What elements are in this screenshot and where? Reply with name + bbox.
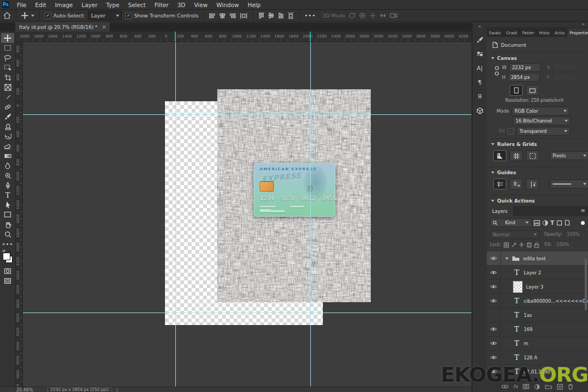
panel-tab-swatc[interactable]: Swatc xyxy=(487,28,504,37)
chevron-down-icon[interactable] xyxy=(491,57,494,59)
canvas-area[interactable]: AMERICAN EXPRESS EXPRESS 1234 5678 9012 … xyxy=(15,41,471,387)
horizontal-ruler[interactable]: 2000180016001400120010008006004002000200… xyxy=(15,32,471,42)
filter-kind-select[interactable]: Kind xyxy=(490,218,531,227)
layer-name[interactable]: edita text xyxy=(523,256,546,261)
foreground-color-swatch[interactable] xyxy=(3,253,10,260)
quick-mask-icon[interactable] xyxy=(1,266,14,276)
color-mode-select[interactable]: RGB Color xyxy=(512,107,569,115)
menu-file[interactable]: File xyxy=(13,1,31,9)
menu-image[interactable]: Image xyxy=(51,1,77,9)
vertical-ruler[interactable]: 1000800600400200020040060080010001200140… xyxy=(15,41,23,387)
layer-visibility-toggle[interactable] xyxy=(487,336,501,351)
align-bottom-icon[interactable] xyxy=(278,12,284,19)
filter-toggle-icon[interactable] xyxy=(581,221,585,225)
lock-image-icon[interactable] xyxy=(511,242,517,248)
document-info[interactable]: 2232 px x 2854 px (250 ppi) xyxy=(47,387,112,392)
type-layer-thumbnail[interactable]: T xyxy=(513,311,520,319)
layers-menu-icon[interactable]: ≡ xyxy=(581,207,585,213)
toggle-rulers-button[interactable] xyxy=(493,150,506,161)
crop-tool[interactable] xyxy=(1,72,14,82)
status-arrow-icon[interactable]: ⟩ xyxy=(117,388,118,392)
layer-name[interactable]: m xyxy=(524,341,528,346)
ruler-units-select[interactable]: Pixels xyxy=(550,151,588,160)
path-selection-tool[interactable] xyxy=(1,200,14,210)
filter-adjustment-layers-icon[interactable] xyxy=(542,220,548,226)
align-middle-icon[interactable] xyxy=(268,12,274,19)
pixel-layer-thumbnail[interactable] xyxy=(513,281,523,293)
collapse-dock-icon[interactable]: « xyxy=(487,22,588,27)
lasso-tool[interactable] xyxy=(1,53,14,63)
opacity-field[interactable]: 100% xyxy=(564,230,585,238)
layer-row[interactable]: T1as xyxy=(487,308,588,322)
align-center-horizontal-icon[interactable] xyxy=(219,13,226,19)
toggle-guides-button[interactable] xyxy=(493,179,506,189)
add-guides-button[interactable] xyxy=(510,179,523,189)
clone-stamp-tool[interactable] xyxy=(1,121,14,131)
guide-horizontal[interactable] xyxy=(22,313,471,313)
chevron-down-icon[interactable] xyxy=(491,171,494,174)
chevron-down-icon[interactable] xyxy=(491,143,494,145)
lock-position-icon[interactable] xyxy=(519,242,524,248)
zoom-level[interactable]: 20.46% xyxy=(16,388,33,392)
bit-depth-select[interactable]: 16 Bits/Channel xyxy=(513,117,571,125)
menu-type[interactable]: Type xyxy=(102,1,124,9)
distribute-vertical-icon[interactable] xyxy=(287,12,294,20)
layers-scrollbar[interactable] xyxy=(585,258,587,310)
width-field[interactable]: 2232 px xyxy=(509,63,541,72)
menu-view[interactable]: View xyxy=(189,1,212,9)
type-layer-thumbnail[interactable]: T xyxy=(513,268,520,277)
align-left-icon[interactable] xyxy=(209,13,216,19)
pen-tool[interactable] xyxy=(1,180,14,190)
history-brush-tool[interactable] xyxy=(1,131,14,141)
layer-name[interactable]: Layer 2 xyxy=(524,270,541,275)
libraries-panel-icon[interactable] xyxy=(473,104,487,117)
menu-filter[interactable]: Filter xyxy=(150,1,173,9)
dodge-tool[interactable] xyxy=(1,170,14,180)
paragraph-panel-icon[interactable]: ¶ xyxy=(473,76,487,89)
move-tool[interactable] xyxy=(1,33,14,43)
lock-artboard-icon[interactable] xyxy=(526,242,532,248)
document-tab[interactable]: Italy id.psd @ 20.7% (RGB/16) * × xyxy=(15,22,111,32)
eyedropper-tool[interactable] xyxy=(1,92,14,102)
layer-row[interactable]: Tciba900000...<<<<<<<0 d xyxy=(487,294,588,308)
type-layer-thumbnail[interactable]: T xyxy=(513,353,520,362)
eraser-tool[interactable] xyxy=(1,141,14,151)
layer-name[interactable]: 169 xyxy=(524,327,532,332)
layer-visibility-toggle[interactable] xyxy=(487,308,501,322)
panel-tab-actio[interactable]: Actio xyxy=(552,28,567,37)
character-panel-icon[interactable]: A| xyxy=(473,62,487,75)
home-icon[interactable] xyxy=(3,12,11,19)
layer-name[interactable]: Layer 3 xyxy=(526,284,543,290)
menu-select[interactable]: Select xyxy=(124,1,150,9)
panel-tab-histo[interactable]: Histo xyxy=(537,28,552,37)
move-tool-preset-icon[interactable] xyxy=(21,12,34,19)
layer-name[interactable]: ciba900000...<<<<<<<0 d xyxy=(524,298,588,304)
lock-all-icon[interactable] xyxy=(534,242,539,248)
layer-name[interactable]: 126 A xyxy=(524,355,537,360)
auto-select-target-dropdown[interactable]: Layer xyxy=(88,11,122,20)
auto-select-checkbox[interactable]: ✓Auto-Select: xyxy=(45,13,85,19)
lock-transparency-icon[interactable] xyxy=(504,242,509,248)
panel-tab-patter[interactable]: Patter xyxy=(520,28,537,37)
show-transform-checkbox[interactable]: ✓Show Transform Controls xyxy=(125,13,198,19)
hand-tool[interactable] xyxy=(1,219,14,229)
landscape-orientation-button[interactable] xyxy=(526,85,539,96)
blend-mode-select[interactable]: Normal xyxy=(490,230,540,239)
filter-smart-objects-icon[interactable] xyxy=(565,219,570,226)
glyphs-panel-icon[interactable]: Я xyxy=(473,90,487,103)
layer-visibility-toggle[interactable] xyxy=(487,294,501,308)
layer-name[interactable]: 1as xyxy=(524,313,532,318)
menu-help[interactable]: Help xyxy=(243,1,265,9)
type-layer-thumbnail[interactable]: T xyxy=(513,297,520,305)
photoshop-logo-icon[interactable]: Ps xyxy=(2,1,9,8)
distribute-horizontal-icon[interactable] xyxy=(240,13,248,19)
fill-opacity-field[interactable]: 100% xyxy=(554,241,574,249)
guide-vertical[interactable] xyxy=(175,41,176,387)
zoom-tool[interactable] xyxy=(1,229,14,239)
layer-visibility-toggle[interactable] xyxy=(487,280,501,294)
align-right-icon[interactable] xyxy=(229,13,236,19)
more-options-icon[interactable]: ••• xyxy=(304,13,316,19)
layer-visibility-toggle[interactable] xyxy=(487,252,501,266)
layer-row[interactable]: Layer 3 xyxy=(487,280,588,294)
layer-row[interactable]: T169 xyxy=(487,322,588,336)
